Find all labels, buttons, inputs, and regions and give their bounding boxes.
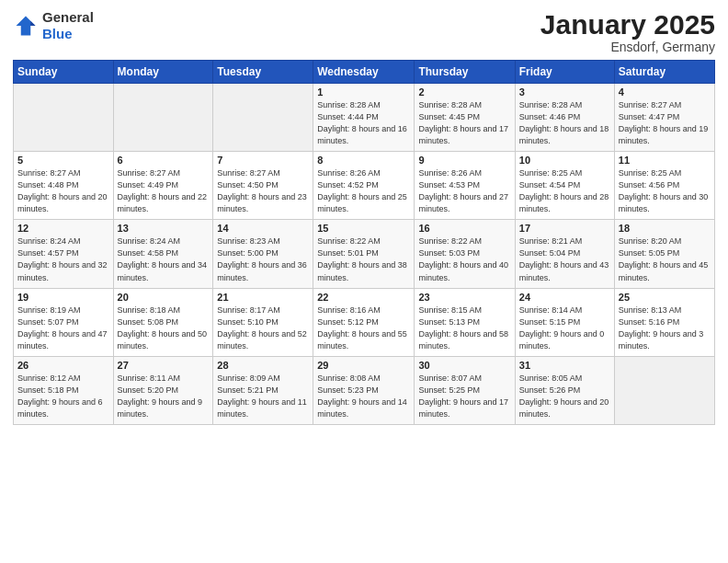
day-number: 15 [317, 223, 410, 234]
day-info: Sunrise: 8:25 AM Sunset: 4:56 PM Dayligh… [619, 167, 711, 215]
day-header-wednesday: Wednesday [313, 61, 415, 84]
day-info: Sunrise: 8:24 AM Sunset: 4:57 PM Dayligh… [17, 236, 109, 283]
day-info: Sunrise: 8:27 AM Sunset: 4:48 PM Dayligh… [17, 167, 109, 215]
day-number: 1 [317, 86, 410, 98]
calendar-cell: 27Sunrise: 8:11 AM Sunset: 5:20 PM Dayli… [113, 356, 213, 424]
day-info: Sunrise: 8:28 AM Sunset: 4:44 PM Dayligh… [317, 99, 410, 147]
day-info: Sunrise: 8:20 AM Sunset: 5:05 PM Dayligh… [619, 236, 711, 283]
calendar-cell: 5Sunrise: 8:27 AM Sunset: 4:48 PM Daylig… [14, 152, 114, 220]
day-number: 14 [217, 223, 309, 234]
calendar-cell: 9Sunrise: 8:26 AM Sunset: 4:53 PM Daylig… [415, 152, 515, 220]
day-info: Sunrise: 8:09 AM Sunset: 5:21 PM Dayligh… [217, 373, 309, 420]
calendar-cell: 11Sunrise: 8:25 AM Sunset: 4:56 PM Dayli… [614, 152, 714, 220]
day-info: Sunrise: 8:23 AM Sunset: 5:00 PM Dayligh… [217, 236, 309, 283]
day-info: Sunrise: 8:27 AM Sunset: 4:49 PM Dayligh… [118, 167, 210, 215]
calendar-cell: 4Sunrise: 8:27 AM Sunset: 4:47 PM Daylig… [614, 84, 714, 152]
day-info: Sunrise: 8:22 AM Sunset: 5:03 PM Dayligh… [418, 236, 510, 283]
calendar-cell: 20Sunrise: 8:18 AM Sunset: 5:08 PM Dayli… [113, 288, 213, 356]
day-number: 27 [118, 360, 210, 371]
day-info: Sunrise: 8:12 AM Sunset: 5:18 PM Dayligh… [17, 373, 109, 420]
day-info: Sunrise: 8:14 AM Sunset: 5:15 PM Dayligh… [519, 304, 610, 352]
calendar-cell: 1Sunrise: 8:28 AM Sunset: 4:44 PM Daylig… [313, 84, 415, 152]
day-info: Sunrise: 8:13 AM Sunset: 5:16 PM Dayligh… [619, 304, 711, 352]
calendar-cell: 17Sunrise: 8:21 AM Sunset: 5:04 PM Dayli… [515, 220, 614, 288]
day-info: Sunrise: 8:27 AM Sunset: 4:47 PM Dayligh… [619, 99, 711, 147]
day-number: 2 [418, 86, 510, 98]
day-info: Sunrise: 8:24 AM Sunset: 4:58 PM Dayligh… [118, 236, 210, 283]
calendar-week-row: 5Sunrise: 8:27 AM Sunset: 4:48 PM Daylig… [14, 152, 715, 220]
logo-blue: Blue [42, 26, 94, 42]
day-info: Sunrise: 8:28 AM Sunset: 4:46 PM Dayligh… [519, 99, 610, 147]
calendar-cell: 28Sunrise: 8:09 AM Sunset: 5:21 PM Dayli… [213, 356, 313, 424]
day-number: 17 [519, 223, 610, 234]
day-number: 23 [418, 292, 510, 303]
calendar-week-row: 26Sunrise: 8:12 AM Sunset: 5:18 PM Dayli… [14, 356, 715, 424]
day-number: 20 [118, 292, 210, 303]
page: General Blue January 2025 Ensdorf, Germa… [0, 0, 728, 563]
day-info: Sunrise: 8:05 AM Sunset: 5:26 PM Dayligh… [519, 373, 610, 420]
day-info: Sunrise: 8:08 AM Sunset: 5:23 PM Dayligh… [317, 373, 410, 420]
day-info: Sunrise: 8:25 AM Sunset: 4:54 PM Dayligh… [519, 167, 610, 215]
calendar-cell: 30Sunrise: 8:07 AM Sunset: 5:25 PM Dayli… [415, 356, 515, 424]
svg-marker-1 [30, 21, 35, 26]
day-info: Sunrise: 8:26 AM Sunset: 4:52 PM Dayligh… [317, 167, 410, 215]
day-info: Sunrise: 8:18 AM Sunset: 5:08 PM Dayligh… [118, 304, 210, 352]
day-number: 18 [619, 223, 711, 234]
day-number: 22 [317, 292, 410, 303]
day-number: 21 [217, 292, 309, 303]
day-number: 29 [317, 360, 410, 371]
day-number: 7 [217, 155, 309, 166]
day-info: Sunrise: 8:21 AM Sunset: 5:04 PM Dayligh… [519, 236, 610, 283]
day-header-saturday: Saturday [614, 61, 714, 84]
logo-general: General [42, 9, 94, 26]
calendar-week-row: 1Sunrise: 8:28 AM Sunset: 4:44 PM Daylig… [14, 84, 715, 152]
day-number: 28 [217, 360, 309, 371]
calendar-cell: 7Sunrise: 8:27 AM Sunset: 4:50 PM Daylig… [213, 152, 313, 220]
calendar-cell: 2Sunrise: 8:28 AM Sunset: 4:45 PM Daylig… [415, 84, 515, 152]
day-number: 10 [519, 155, 610, 166]
calendar-cell: 21Sunrise: 8:17 AM Sunset: 5:10 PM Dayli… [213, 288, 313, 356]
day-header-sunday: Sunday [14, 61, 114, 84]
day-header-tuesday: Tuesday [213, 61, 313, 84]
day-info: Sunrise: 8:17 AM Sunset: 5:10 PM Dayligh… [217, 304, 309, 352]
day-number: 8 [317, 155, 410, 166]
calendar-table: SundayMondayTuesdayWednesdayThursdayFrid… [13, 60, 715, 425]
calendar-cell: 18Sunrise: 8:20 AM Sunset: 5:05 PM Dayli… [614, 220, 714, 288]
day-number: 12 [17, 223, 109, 234]
calendar-cell: 13Sunrise: 8:24 AM Sunset: 4:58 PM Dayli… [113, 220, 213, 288]
day-info: Sunrise: 8:26 AM Sunset: 4:53 PM Dayligh… [418, 167, 510, 215]
calendar-cell: 10Sunrise: 8:25 AM Sunset: 4:54 PM Dayli… [515, 152, 614, 220]
day-info: Sunrise: 8:11 AM Sunset: 5:20 PM Dayligh… [118, 373, 210, 420]
location: Ensdorf, Germany [540, 40, 715, 54]
calendar-cell: 24Sunrise: 8:14 AM Sunset: 5:15 PM Dayli… [515, 288, 614, 356]
day-number: 11 [619, 155, 711, 166]
calendar-cell: 31Sunrise: 8:05 AM Sunset: 5:26 PM Dayli… [515, 356, 614, 424]
day-number: 30 [418, 360, 510, 371]
calendar-cell [213, 84, 313, 152]
day-number: 31 [519, 360, 610, 371]
month-title: January 2025 [540, 9, 715, 40]
calendar-cell: 25Sunrise: 8:13 AM Sunset: 5:16 PM Dayli… [614, 288, 714, 356]
day-info: Sunrise: 8:28 AM Sunset: 4:45 PM Dayligh… [418, 99, 510, 147]
calendar-cell: 16Sunrise: 8:22 AM Sunset: 5:03 PM Dayli… [415, 220, 515, 288]
day-number: 24 [519, 292, 610, 303]
calendar-cell: 26Sunrise: 8:12 AM Sunset: 5:18 PM Dayli… [14, 356, 114, 424]
day-number: 4 [619, 86, 711, 98]
day-header-monday: Monday [113, 61, 213, 84]
calendar-cell: 3Sunrise: 8:28 AM Sunset: 4:46 PM Daylig… [515, 84, 614, 152]
day-number: 6 [118, 155, 210, 166]
calendar-header-row: SundayMondayTuesdayWednesdayThursdayFrid… [14, 61, 715, 84]
day-number: 13 [118, 223, 210, 234]
calendar-cell [113, 84, 213, 152]
calendar-cell [614, 356, 714, 424]
day-info: Sunrise: 8:07 AM Sunset: 5:25 PM Dayligh… [418, 373, 510, 420]
calendar-cell: 15Sunrise: 8:22 AM Sunset: 5:01 PM Dayli… [313, 220, 415, 288]
calendar-week-row: 12Sunrise: 8:24 AM Sunset: 4:57 PM Dayli… [14, 220, 715, 288]
calendar-cell: 23Sunrise: 8:15 AM Sunset: 5:13 PM Dayli… [415, 288, 515, 356]
title-area: January 2025 Ensdorf, Germany [540, 9, 715, 54]
day-info: Sunrise: 8:15 AM Sunset: 5:13 PM Dayligh… [418, 304, 510, 352]
day-info: Sunrise: 8:19 AM Sunset: 5:07 PM Dayligh… [17, 304, 109, 352]
day-number: 26 [17, 360, 109, 371]
day-number: 25 [619, 292, 711, 303]
day-info: Sunrise: 8:22 AM Sunset: 5:01 PM Dayligh… [317, 236, 410, 283]
